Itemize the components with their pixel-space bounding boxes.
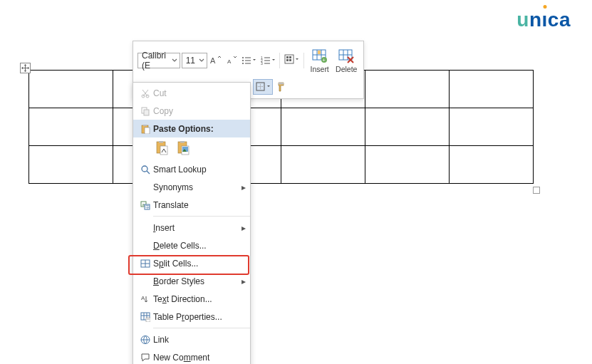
svg-rect-49 <box>145 128 150 134</box>
brand-logo: unıca <box>516 9 571 31</box>
menu-delete-cells[interactable]: Delete Cells... <box>133 236 250 254</box>
font-size-value: 11 <box>186 56 195 66</box>
svg-rect-23 <box>318 51 321 54</box>
svg-rect-18 <box>289 59 291 61</box>
menu-label: Insert <box>153 223 239 233</box>
separator <box>279 53 280 68</box>
table-move-handle[interactable] <box>20 63 31 73</box>
context-menu: Cut Copy Paste Options: Smart Lookup Syn… <box>133 82 251 364</box>
svg-point-6 <box>242 63 244 64</box>
copy-icon <box>137 106 153 116</box>
svg-text:A: A <box>141 295 145 301</box>
search-icon <box>137 165 153 175</box>
split-cells-icon <box>137 259 153 269</box>
delete-label: Delete <box>336 65 357 73</box>
menu-link[interactable]: Link <box>133 331 250 348</box>
bullets-button[interactable] <box>239 53 257 68</box>
paste-options-row <box>133 137 250 160</box>
translate-icon: a字 <box>137 200 153 210</box>
paste-keep-source-button[interactable] <box>153 139 172 157</box>
delete-table-icon <box>338 48 354 65</box>
svg-rect-51 <box>159 141 163 143</box>
logo-letter: ı <box>542 9 548 31</box>
menu-divider <box>153 328 250 328</box>
logo-letter: a <box>559 9 571 31</box>
font-family-value: Calibri (E <box>142 51 171 71</box>
menu-cut[interactable]: Cut <box>133 84 250 102</box>
menu-translate[interactable]: a字 Translate <box>133 196 250 214</box>
shading-button[interactable] <box>283 53 301 68</box>
table-properties-icon <box>137 312 153 322</box>
menu-paste-options[interactable]: Paste Options: <box>133 120 250 137</box>
font-family-select[interactable]: Calibri (E <box>137 53 180 68</box>
menu-label: Synonyms <box>153 182 239 192</box>
svg-text:A: A <box>210 56 216 65</box>
logo-letter: u <box>516 9 529 31</box>
submenu-arrow-icon: ▸ <box>239 223 246 233</box>
menu-insert[interactable]: Insert ▸ <box>133 219 250 236</box>
svg-point-57 <box>142 166 147 172</box>
svg-rect-5 <box>245 61 251 61</box>
menu-smart-lookup[interactable]: Smart Lookup <box>133 160 250 178</box>
svg-text:A: A <box>227 58 232 65</box>
svg-rect-16 <box>289 56 291 58</box>
svg-text:字: 字 <box>145 204 150 209</box>
submenu-arrow-icon: ▸ <box>239 182 246 192</box>
menu-label: Copy <box>153 106 246 116</box>
format-painter-button[interactable] <box>274 79 290 95</box>
menu-label: Border Styles <box>153 276 239 286</box>
menu-text-direction[interactable]: A Text Direction... <box>133 290 250 308</box>
chevron-down-icon <box>198 57 205 64</box>
menu-divider <box>153 216 250 217</box>
menu-label: Paste Options: <box>153 124 246 134</box>
svg-rect-46 <box>144 110 149 115</box>
borders-button[interactable] <box>253 79 273 95</box>
svg-text:3: 3 <box>261 61 263 66</box>
menu-copy[interactable]: Copy <box>133 102 250 120</box>
insert-button[interactable]: + Insert <box>307 44 333 77</box>
menu-label: Smart Lookup <box>153 165 246 175</box>
font-size-select[interactable]: 11 <box>182 53 208 68</box>
comment-icon <box>137 353 153 363</box>
paste-picture-button[interactable] <box>175 139 193 157</box>
cut-icon <box>137 88 153 98</box>
svg-rect-9 <box>264 58 270 58</box>
menu-label: Cut <box>153 88 246 98</box>
logo-letter: n <box>529 9 542 31</box>
svg-point-71 <box>147 318 147 319</box>
decrease-font-size-button[interactable]: A <box>224 53 239 68</box>
link-icon <box>137 335 153 345</box>
menu-split-cells[interactable]: Split Cells... <box>133 254 250 272</box>
menu-label: Split Cells... <box>153 259 246 269</box>
logo-letter: c <box>548 9 559 31</box>
menu-border-styles[interactable]: Border Styles ▸ <box>133 272 250 290</box>
insert-label: Insert <box>311 65 329 73</box>
table-resize-handle[interactable] <box>533 187 540 194</box>
svg-rect-48 <box>143 125 147 126</box>
menu-label: Text Direction... <box>153 294 246 304</box>
svg-rect-52 <box>160 146 167 155</box>
menu-table-properties[interactable]: Table Properties... <box>133 308 250 326</box>
svg-text:+: + <box>322 58 325 63</box>
svg-point-4 <box>242 60 244 61</box>
svg-rect-13 <box>264 63 270 64</box>
insert-table-icon: + <box>312 48 328 65</box>
svg-rect-42 <box>279 83 284 85</box>
increase-font-size-button[interactable]: A <box>209 53 223 68</box>
svg-rect-70 <box>146 318 150 322</box>
menu-synonyms[interactable]: Synonyms ▸ <box>133 178 250 196</box>
separator <box>303 53 304 68</box>
svg-point-72 <box>148 318 149 319</box>
numbering-button[interactable]: 123 <box>259 53 276 68</box>
svg-rect-7 <box>245 63 251 64</box>
svg-point-2 <box>242 57 244 58</box>
delete-button[interactable]: Delete <box>333 44 359 77</box>
menu-new-comment[interactable]: New Comment <box>133 348 250 364</box>
svg-rect-54 <box>180 141 185 143</box>
chevron-down-icon <box>171 57 178 64</box>
text-direction-icon: A <box>137 294 153 304</box>
svg-rect-39 <box>256 83 264 90</box>
menu-label: Translate <box>153 200 246 210</box>
menu-label: Delete Cells... <box>153 241 246 251</box>
menu-label: New Comment <box>153 353 246 363</box>
